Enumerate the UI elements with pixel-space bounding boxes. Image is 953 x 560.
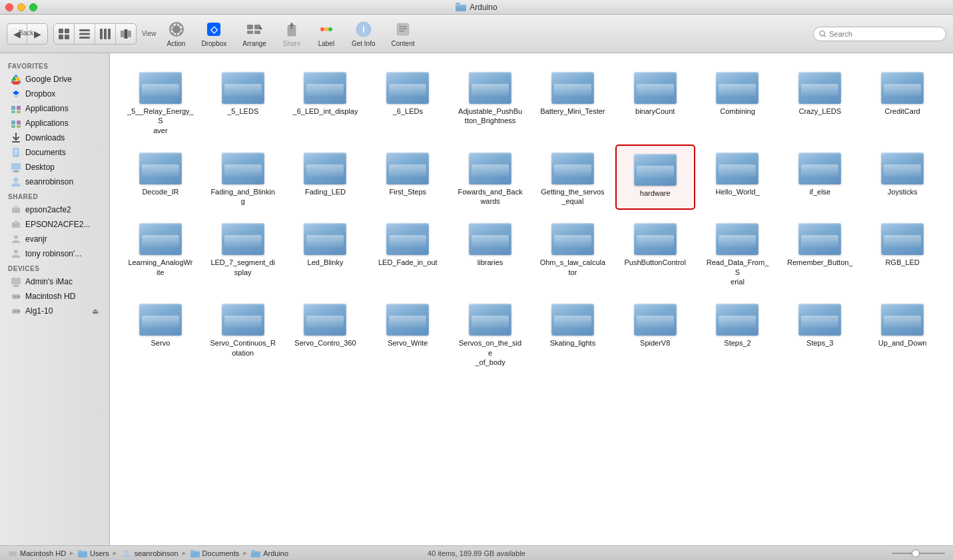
folder-item-34[interactable]: Servo_Write [368, 296, 448, 371]
sidebar-item-google-drive[interactable]: Google Drive [3, 72, 107, 87]
folder-item-40[interactable]: Up_and_Down [862, 296, 942, 371]
folder-item-13[interactable]: Fading_LED [286, 144, 366, 210]
search-bar[interactable] [813, 27, 946, 41]
eject-icon[interactable]: ⏏ [92, 307, 99, 316]
folder-item-16[interactable]: Getting_the_servos_equal [533, 144, 613, 210]
sidebar-item-evanjr[interactable]: evanjr [3, 232, 107, 246]
folder-body [222, 304, 264, 336]
sidebar-item-documents[interactable]: Documents [3, 145, 107, 160]
dropbox-icon: ◇ [204, 20, 223, 39]
view-label: View [142, 30, 157, 37]
folder-item-29[interactable]: Remember_Button_ [780, 215, 860, 290]
folder-body [881, 304, 924, 336]
share-button[interactable]: Share [277, 19, 306, 49]
folder-item-28[interactable]: Read_Data_From_Serial [698, 215, 778, 290]
folder-item-10[interactable]: CreditCard [862, 64, 942, 139]
folder-item-32[interactable]: Servo_Continuos_Rotation [203, 296, 283, 371]
dropbox-button[interactable]: ◇ Dropbox [196, 19, 232, 49]
folder-item-31[interactable]: Servo [121, 296, 200, 371]
action-button[interactable]: Action [162, 19, 191, 49]
label-button[interactable]: Label [312, 19, 341, 49]
folder-item-6[interactable]: Battery_Mini_Tester [533, 64, 613, 139]
sidebar-item-applications2[interactable]: Applications [3, 116, 107, 131]
zoom-slider[interactable] [892, 553, 945, 554]
folder-icon-graphic [716, 68, 759, 104]
search-input[interactable] [829, 30, 940, 38]
folder-item-39[interactable]: Steps_3 [780, 296, 860, 371]
folder-item-5[interactable]: Adjustable_PushButton_Brightness [450, 64, 530, 139]
folder-name: RGB_LED [885, 258, 919, 267]
sidebar-item-dropbox[interactable]: Dropbox [3, 87, 107, 101]
folder-name: Joysticks [888, 187, 918, 196]
folder-item-35[interactable]: Servos_on_the_side_of_body [450, 296, 530, 371]
folder-item-22[interactable]: LED_7_segment_display [203, 215, 283, 290]
svg-rect-78 [13, 286, 19, 287]
folder-body [469, 223, 511, 255]
get-info-icon: i [354, 20, 373, 39]
close-button[interactable] [5, 3, 13, 11]
list-view-button[interactable] [75, 24, 95, 44]
item-count: 40 items, 189.89 GB available [428, 549, 525, 557]
folder-item-26[interactable]: Ohm_s_law_calculator [533, 215, 613, 290]
column-view-button[interactable] [95, 24, 116, 44]
svg-rect-60 [17, 125, 21, 128]
arrange-button[interactable]: Arrange [237, 19, 272, 49]
folder-item-23[interactable]: Led_Blinky [286, 215, 366, 290]
folder-item-18[interactable]: Hello_World_ [698, 144, 778, 210]
folder-item-4[interactable]: _6_LEDs [368, 64, 448, 139]
folder-name: Steps_3 [806, 338, 833, 348]
sidebar-item-desktop[interactable]: Desktop [3, 160, 107, 174]
folder-item-36[interactable]: Skating_lights [533, 296, 613, 371]
folder-body [634, 223, 677, 255]
folder-item-15[interactable]: Fowards_and_Backwards [450, 144, 530, 210]
folder-icon-graphic [469, 219, 511, 255]
coverflow-view-button[interactable] [116, 24, 136, 44]
sidebar-label-evanjr: evanjr [25, 234, 47, 244]
folder-item-3[interactable]: _6_LED_int_display [286, 64, 366, 139]
folder-item-9[interactable]: Crazy_LEDS [780, 64, 860, 139]
sidebar-item-admins-imac[interactable]: Admin's iMac [3, 274, 107, 289]
svg-rect-7 [79, 29, 90, 31]
minimize-button[interactable] [17, 3, 25, 11]
folder-item-2[interactable]: _5_LEDS [203, 64, 283, 139]
svg-rect-21 [180, 29, 183, 30]
icon-view-button[interactable] [54, 24, 75, 44]
folder-item-25[interactable]: libraries [450, 215, 530, 290]
view-button-group [53, 23, 137, 45]
folder-item-38[interactable]: Steps_2 [698, 296, 778, 371]
back-label: Back [19, 29, 33, 37]
folder-item-21[interactable]: Learning_AnalogWrite [121, 215, 200, 290]
folder-item-33[interactable]: Servo_Contro_360 [286, 296, 366, 371]
sidebar-item-alg1-10[interactable]: Alg1-10 ⏏ [3, 304, 107, 318]
folder-item-24[interactable]: LED_Fade_in_out [368, 215, 448, 290]
content-button[interactable]: Content [386, 19, 420, 49]
sidebar-item-downloads[interactable]: Downloads [3, 131, 107, 145]
zoom-thumb[interactable] [912, 549, 920, 557]
sidebar-item-tony[interactable]: tony robinson'... [3, 246, 107, 261]
content-icon [394, 20, 412, 39]
folder-item-20[interactable]: Joysticks [862, 144, 942, 210]
sidebar-item-epson2[interactable]: EPSON2ACFE2... [3, 217, 107, 232]
folder-body [222, 223, 264, 255]
folder-item-30[interactable]: RGB_LED [862, 215, 942, 290]
sidebar-item-macintosh-hd[interactable]: Macintosh HD [3, 289, 107, 304]
folder-item-8[interactable]: Combining [698, 64, 778, 139]
get-info-button[interactable]: i Get Info [346, 19, 381, 49]
folder-item-7[interactable]: binaryCount [615, 64, 695, 139]
folder-item-11[interactable]: Decode_IR [121, 144, 200, 210]
folder-item-14[interactable]: First_Steps [368, 144, 448, 210]
folder-item-17[interactable]: hardware [615, 144, 695, 210]
sidebar-item-user[interactable]: seanrobinson [3, 174, 107, 189]
folder-item-37[interactable]: SpiderV8 [615, 296, 695, 371]
sidebar-item-applications1[interactable]: Applications [3, 101, 107, 116]
folder-icon-graphic [222, 219, 264, 255]
folder-item-27[interactable]: PushButtonControl [615, 215, 695, 290]
maximize-button[interactable] [29, 3, 37, 11]
folder-item-12[interactable]: Fading_and_Blinking [203, 144, 283, 210]
sidebar-item-epson1[interactable]: epson2acfe2 [3, 202, 107, 217]
folder-body [716, 223, 759, 255]
applications-icon-1 [11, 103, 21, 114]
folder-item-1[interactable]: _5__Relay_Energy_Saver [121, 64, 200, 139]
folder-item-19[interactable]: if_else [780, 144, 860, 210]
svg-rect-66 [11, 163, 21, 170]
